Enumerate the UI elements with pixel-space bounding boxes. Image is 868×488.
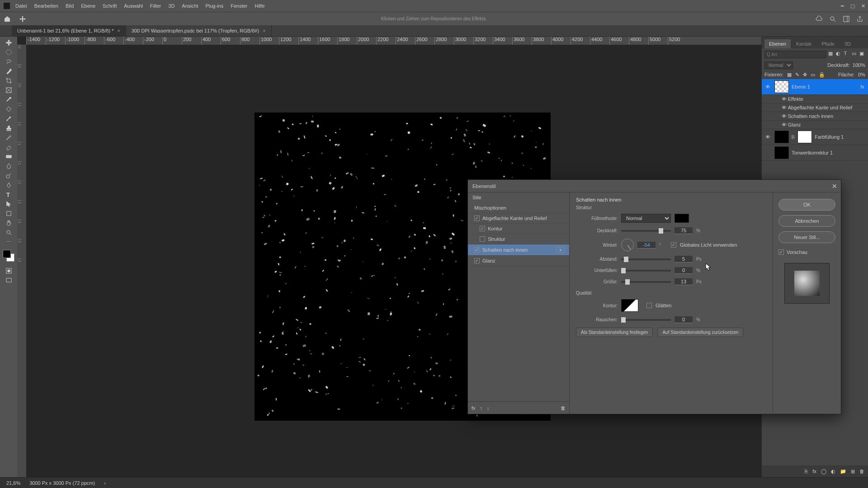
menu-datei[interactable]: Datei (15, 3, 27, 9)
layer-ebene-1[interactable]: 👁 Ebene 1 fx (762, 79, 868, 95)
mask-icon[interactable]: ◯ (821, 469, 826, 474)
style-inner-shadow[interactable]: ✓ Schatten nach innen + (468, 244, 569, 256)
menu-auswahl[interactable]: Auswahl (124, 3, 143, 9)
gradient-tool[interactable] (2, 152, 15, 160)
visibility-icon[interactable]: 👁 (764, 84, 772, 89)
fx-badge[interactable]: fx (860, 84, 864, 89)
pen-tool[interactable] (2, 181, 15, 189)
cloud-icon[interactable] (816, 15, 823, 23)
home-icon[interactable] (4, 15, 11, 23)
fg-color-swatch[interactable] (3, 250, 11, 258)
close-icon[interactable]: × (263, 28, 265, 33)
lasso-tool[interactable] (2, 57, 15, 66)
hand-tool[interactable] (2, 219, 15, 227)
move-tool[interactable] (2, 38, 15, 47)
tab-kanaele[interactable]: Kanäle (792, 39, 816, 48)
choke-slider[interactable] (621, 270, 671, 272)
screenmode-tool[interactable] (2, 276, 15, 284)
add-effect-icon[interactable]: + (557, 247, 565, 253)
checkbox-icon[interactable] (480, 236, 485, 242)
tab-ebenen[interactable]: Ebenen (764, 39, 791, 48)
tab-wassertropfen[interactable]: 300 DPI Wassertropfen.psdc bei 117% (Tro… (126, 25, 272, 36)
visibility-icon[interactable]: 👁 (782, 122, 787, 127)
noise-input[interactable] (675, 316, 693, 323)
zoom-tool[interactable] (2, 228, 15, 236)
menu-bearbeiten[interactable]: Bearbeiten (34, 3, 58, 9)
new-style-button[interactable]: Neuer Stil... (778, 231, 835, 243)
opacity-slider[interactable] (621, 230, 671, 232)
wand-tool[interactable] (2, 67, 15, 75)
reset-default-button[interactable]: Auf Standardeinstellung zurücksetzen (657, 328, 743, 337)
checkbox-icon[interactable]: ✓ (474, 258, 480, 263)
menu-schrift[interactable]: Schrift (103, 3, 117, 9)
healing-tool[interactable] (2, 105, 15, 113)
choke-input[interactable] (675, 267, 693, 274)
blur-tool[interactable] (2, 162, 15, 170)
contour-picker[interactable] (621, 299, 638, 312)
style-kontur[interactable]: ✓ Kontur (468, 224, 569, 234)
filter-shape-icon[interactable]: ▭ (852, 51, 858, 58)
eraser-tool[interactable] (2, 143, 15, 151)
menu-3d[interactable]: 3D (168, 3, 175, 9)
layer-tonwertkorrektur[interactable]: Tonwertkorrektur 1 (762, 145, 868, 161)
filter-image-icon[interactable]: ▦ (828, 51, 834, 58)
opacity-input[interactable] (675, 227, 693, 234)
move-down-icon[interactable]: ↓ (487, 405, 490, 411)
tab-unbenannt-1[interactable]: Unbenannt-1 bei 21,6% (Ebene 1, RGB/8) *… (12, 25, 126, 36)
blend-mode-select[interactable]: Normal (621, 214, 671, 223)
fx-menu-icon[interactable]: fx (472, 405, 476, 411)
layer-thumb[interactable] (774, 131, 789, 143)
marquee-tool[interactable] (2, 48, 15, 56)
style-struktur[interactable]: Struktur (468, 234, 569, 244)
menu-filter[interactable]: Filter (150, 3, 161, 9)
blending-options[interactable]: Mischoptionen (468, 203, 569, 213)
frame-tool[interactable] (2, 86, 15, 94)
shape-tool[interactable] (2, 209, 15, 217)
visibility-icon[interactable]: 👁 (782, 96, 787, 102)
noise-slider[interactable] (621, 319, 671, 321)
checkbox-icon[interactable]: ✓ (480, 226, 485, 231)
menu-ansicht[interactable]: Ansicht (182, 3, 198, 9)
window-minimize-icon[interactable]: ━ (841, 3, 844, 9)
checkbox-icon[interactable]: ✓ (474, 247, 480, 253)
visibility-icon[interactable]: 👁 (782, 113, 787, 119)
angle-dial[interactable] (621, 239, 634, 251)
move-tool-icon[interactable] (19, 15, 26, 23)
history-brush-tool[interactable] (2, 133, 15, 141)
menu-hilfe[interactable]: Hilfe (255, 3, 264, 9)
distance-slider[interactable] (621, 258, 671, 260)
zoom-readout[interactable]: 21,6% (6, 480, 20, 486)
eyedropper-tool[interactable] (2, 95, 15, 103)
trash-icon[interactable]: 🗑 (561, 405, 566, 411)
preview-checkbox[interactable]: ✓ (778, 249, 784, 255)
visibility-icon[interactable]: 👁 (782, 105, 787, 110)
brush-tool[interactable] (2, 114, 15, 122)
menu-ebene[interactable]: Ebene (81, 3, 95, 9)
effect-bevel[interactable]: 👁 Abgeflachte Kante und Relief (762, 103, 868, 112)
blend-mode-select[interactable]: Normal (764, 61, 793, 69)
fx-icon[interactable]: fx (812, 469, 816, 474)
menu-fenster[interactable]: Fenster (231, 3, 247, 9)
menu-plugins[interactable]: Plug-ins (205, 3, 223, 9)
filter-smart-icon[interactable]: ▣ (859, 51, 865, 58)
more-tool[interactable]: ⋯ (2, 238, 15, 246)
filter-adjust-icon[interactable]: ◐ (836, 51, 842, 58)
tab-3d[interactable]: 3D (840, 39, 855, 48)
lock-artboard-icon[interactable]: ▭ (811, 72, 815, 78)
search-icon[interactable] (829, 15, 836, 23)
crop-tool[interactable] (2, 76, 15, 84)
size-slider[interactable] (621, 281, 671, 283)
style-glanz[interactable]: ✓ Glanz (468, 256, 569, 266)
visibility-icon[interactable]: 👁 (764, 134, 772, 140)
stamp-tool[interactable] (2, 124, 15, 132)
mask-thumb[interactable] (797, 131, 812, 143)
new-layer-icon[interactable]: ⊞ (851, 469, 855, 474)
link-layers-icon[interactable]: ⎘ (805, 469, 808, 474)
color-swatches[interactable] (3, 250, 14, 262)
menu-bild[interactable]: Bild (66, 3, 74, 9)
window-maximize-icon[interactable]: ▢ (850, 3, 855, 9)
make-default-button[interactable]: Als Standardeinstellung festlegen (576, 328, 653, 337)
effect-inner-shadow[interactable]: 👁 Schatten nach innen (762, 112, 868, 121)
trash-icon[interactable]: 🗑 (859, 469, 864, 474)
close-icon[interactable]: ✕ (832, 183, 837, 190)
